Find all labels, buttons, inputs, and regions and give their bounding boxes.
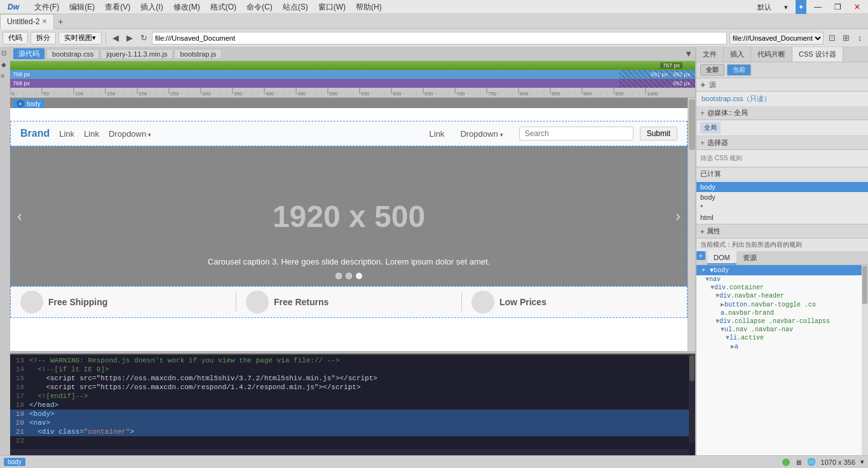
menu-help[interactable]: 帮助(H) (351, 0, 387, 14)
insert-icon[interactable]: ⊡ (1, 50, 9, 57)
live-view-dropdown-icon[interactable]: ▾ (92, 34, 96, 42)
related-file-jquery[interactable]: jquery-1.11.3.min.js (100, 49, 173, 59)
add-source-btn[interactable]: + (700, 79, 705, 90)
dom-scrollbar-thumb[interactable] (862, 266, 867, 304)
all-btn[interactable]: 全部 (700, 64, 724, 76)
tab-insert[interactable]: 插入 (724, 47, 751, 62)
attrs-plus-icon[interactable]: + (700, 228, 704, 235)
dom-item-a[interactable]: ▶ a (696, 342, 868, 351)
dom-item-a-brand[interactable]: a .navbar-brand (696, 309, 868, 317)
dom-item-button[interactable]: ▶ button .navbar-toggle .co (696, 300, 868, 309)
tab-files[interactable]: 文件 (696, 47, 724, 62)
dimensions-dropdown-icon[interactable]: ▾ (860, 458, 864, 466)
carousel-next-btn[interactable]: › (675, 207, 681, 225)
menu-window[interactable]: 窗口(W) (313, 0, 351, 14)
menu-site[interactable]: 站点(S) (278, 0, 313, 14)
body-plus-btn[interactable]: + (17, 100, 24, 107)
status-tag-label[interactable]: body (4, 458, 25, 466)
selector-plus-icon[interactable]: + (700, 139, 705, 148)
toolbar-separator (105, 32, 106, 44)
calc-item-html[interactable]: html (696, 212, 868, 223)
url-dropdown[interactable]: file:///Unsaved_Document (729, 32, 824, 45)
navbar-dropdown-1[interactable]: Dropdown (109, 129, 151, 139)
menu-insert[interactable]: 插入(I) (135, 0, 168, 14)
dom-plus-btn[interactable]: + (696, 251, 705, 260)
split-view-btn[interactable]: 拆分 (31, 32, 56, 45)
code-scrollbar-thumb[interactable] (689, 355, 695, 381)
status-right: 🖥 🌐 1070 x 356 ▾ (782, 458, 864, 466)
calc-item-body-selected[interactable]: body (696, 182, 868, 192)
close-btn[interactable]: ✕ (849, 0, 865, 14)
view-options-icon[interactable]: ↕ (854, 32, 865, 44)
url-input[interactable] (152, 32, 727, 45)
tab-css-designer[interactable]: CSS 设计器 (792, 47, 843, 62)
tab-resources[interactable]: 资源 (736, 251, 763, 265)
refresh-icon[interactable]: ↻ (138, 32, 149, 44)
calc-item-star[interactable]: * (696, 202, 868, 212)
css-icon[interactable]: ◆ (1, 61, 9, 69)
workspace-dropdown-icon[interactable]: ▾ (779, 0, 793, 14)
globe-icon[interactable]: 🌐 (807, 458, 816, 466)
menu-file[interactable]: 文件(F) (29, 0, 64, 14)
dom-scrollbar[interactable] (862, 265, 868, 455)
inspect-icon[interactable]: ⊡ (826, 32, 837, 44)
current-btn[interactable]: 当前 (727, 64, 751, 76)
monitor-icon[interactable]: 🖥 (795, 458, 802, 466)
carousel-dot-1[interactable] (336, 273, 342, 279)
selector-section-header[interactable]: + 选择器 (696, 136, 868, 150)
carousel-dot-3[interactable] (356, 273, 362, 279)
navbar-dropdown-2[interactable]: Dropdown (460, 129, 503, 139)
navbar-submit-btn[interactable]: Submit (640, 127, 677, 141)
feature-icon-1 (20, 291, 43, 313)
menu-command[interactable]: 命令(C) (241, 0, 278, 14)
media-section-header[interactable]: + @媒体:: 全局 (696, 106, 868, 120)
document-tab[interactable]: Untitled-2 ✕ (0, 14, 54, 29)
prev-nav-icon[interactable]: ◀ (110, 32, 121, 44)
tab-dom[interactable]: DOM (707, 251, 736, 265)
restore-btn[interactable]: ❒ (829, 0, 846, 14)
dom-item-li-active[interactable]: ▼ li .active (696, 334, 868, 342)
navbar-search-input[interactable] (519, 127, 634, 141)
related-file-bootstrap-js[interactable]: bootstrap.js (174, 49, 222, 59)
code-scrollbar[interactable] (689, 355, 695, 443)
related-file-source[interactable]: 源代码 (13, 48, 45, 60)
navbar-link-3[interactable]: Link (430, 129, 445, 139)
dom-item-div-collapse[interactable]: ▼ div .collapse .navbar-collapss (696, 317, 868, 326)
next-nav-icon[interactable]: ▶ (124, 32, 135, 44)
minimize-btn[interactable]: — (809, 0, 827, 14)
media-plus-icon[interactable]: + (700, 109, 705, 118)
files-icon[interactable]: ≡ (1, 72, 9, 80)
menu-format[interactable]: 格式(O) (205, 0, 241, 14)
workspace-icon[interactable]: ✦ (796, 0, 806, 14)
dom-body-expand-btn[interactable]: + (699, 266, 708, 275)
design-scroll-thumb[interactable] (689, 99, 695, 150)
tab-snippets[interactable]: 代码片断 (751, 47, 792, 62)
breakpoint-bar-1: 768 px 991 px 992 px (10, 70, 695, 79)
navbar-link-2[interactable]: Link (84, 129, 99, 139)
menu-modify[interactable]: 修改(M) (168, 0, 205, 14)
dom-item-div-navbar-header[interactable]: ▼ div .navbar-header (696, 292, 868, 300)
menu-view[interactable]: 查看(V) (100, 0, 135, 14)
code-hscrollbar[interactable] (10, 449, 689, 455)
code-view-btn[interactable]: 代码 (3, 32, 28, 45)
filter-icon[interactable]: ▼ (684, 49, 693, 59)
carousel-dot-2[interactable] (346, 273, 352, 279)
tab-close-btn[interactable]: ✕ (42, 18, 47, 25)
dom-content: + ▼ body ▼ nav ▼ div .container (696, 265, 868, 455)
live-view-btn[interactable]: 实时视图 ▾ (58, 32, 102, 45)
pixel-ruler: 0501001502002503003504004505005506006507… (10, 88, 695, 98)
related-file-bootstrap-css[interactable]: bootstrap.css (46, 49, 99, 59)
navbar-link-1[interactable]: Link (59, 129, 74, 139)
carousel-prev-btn[interactable]: ‹ (17, 207, 22, 225)
calc-item-body[interactable]: body (696, 192, 868, 202)
menu-edit[interactable]: 编辑(E) (64, 0, 100, 14)
dom-item-nav[interactable]: ▼ nav (696, 275, 868, 284)
dom-item-div-container[interactable]: ▼ div .container (696, 284, 868, 292)
css-file-item[interactable]: bootstrap.css（只读） (696, 92, 868, 106)
dom-item-body[interactable]: + ▼ body (696, 265, 868, 275)
dom-item-ul-nav[interactable]: ▼ ul .nav .navbar-nav (696, 326, 868, 334)
design-scroll-indicator[interactable] (688, 98, 695, 351)
new-tab-btn[interactable]: + (54, 17, 67, 27)
full-screen-icon[interactable]: ⊞ (840, 32, 851, 44)
navbar-brand[interactable]: Brand (20, 128, 50, 139)
